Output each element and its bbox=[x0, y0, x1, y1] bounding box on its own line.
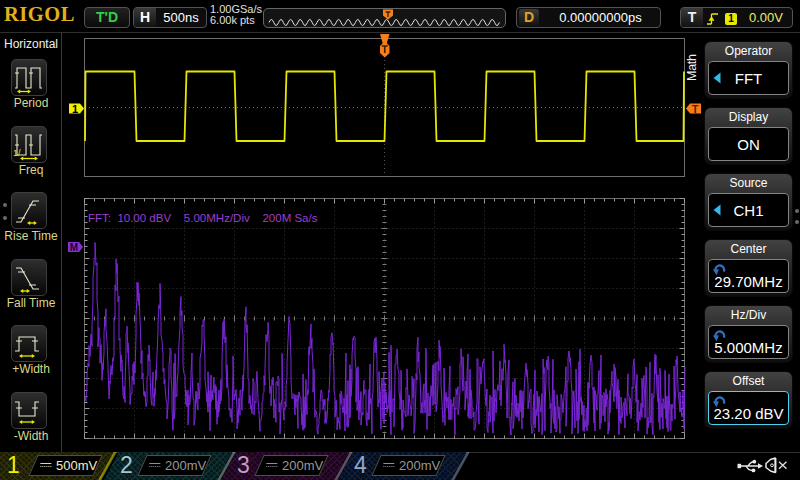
svg-text:T: T bbox=[692, 103, 699, 115]
svg-text:M: M bbox=[70, 242, 78, 253]
svg-text:1/: 1/ bbox=[13, 148, 21, 158]
svg-text:Math: Math bbox=[685, 54, 699, 81]
svg-text:1: 1 bbox=[72, 103, 78, 115]
